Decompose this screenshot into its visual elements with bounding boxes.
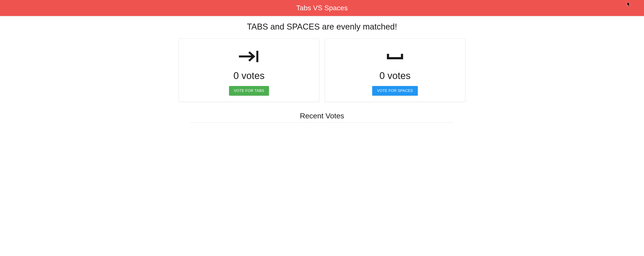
spaces-card: 0 votes VOTE FOR SPACES bbox=[325, 38, 465, 102]
vote-spaces-button[interactable]: VOTE FOR SPACES bbox=[372, 86, 418, 96]
vote-cards-row: 0 votes VOTE FOR TABS 0 votes VOTE FOR S… bbox=[179, 38, 465, 102]
space-icon bbox=[384, 47, 406, 66]
recent-votes-heading: Recent Votes bbox=[179, 112, 465, 120]
status-heading: TABS and SPACES are evenly matched! bbox=[179, 22, 465, 31]
tab-icon bbox=[238, 47, 260, 66]
tabs-vote-count: 0 votes bbox=[234, 70, 264, 81]
vote-tabs-button[interactable]: VOTE FOR TABS bbox=[229, 86, 269, 96]
page-title: Tabs VS Spaces bbox=[296, 4, 348, 12]
spaces-vote-count: 0 votes bbox=[380, 70, 410, 81]
main-content: TABS and SPACES are evenly matched! 0 vo… bbox=[175, 16, 469, 123]
page-header: Tabs VS Spaces bbox=[0, 0, 644, 16]
divider bbox=[190, 122, 454, 123]
tabs-card: 0 votes VOTE FOR TABS bbox=[179, 38, 319, 102]
